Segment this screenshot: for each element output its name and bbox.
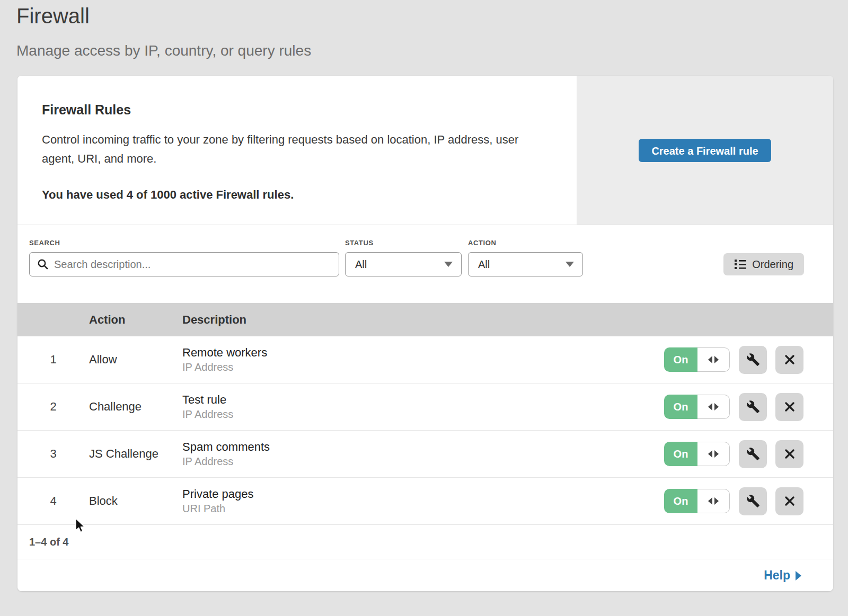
rule-match-type: IP Address — [182, 408, 664, 421]
help-link[interactable]: Help — [764, 568, 801, 583]
ordering-button[interactable]: Ordering — [723, 253, 804, 275]
rule-enabled-toggle[interactable]: On — [664, 395, 730, 419]
wrench-icon — [746, 447, 760, 461]
toggle-arrows-icon — [714, 403, 719, 410]
action-column-header: Action — [89, 313, 182, 327]
card-header: Firewall Rules Control incoming traffic … — [17, 76, 833, 225]
close-icon — [783, 448, 796, 460]
rule-priority: 3 — [17, 447, 89, 461]
rule-description-cell: Remote workers IP Address — [182, 346, 664, 373]
page-subtitle: Manage access by IP, country, or query r… — [16, 42, 311, 59]
status-select[interactable]: All — [345, 252, 462, 276]
status-select-value: All — [355, 258, 367, 271]
toggle-arrows-icon — [714, 497, 719, 505]
table-row: 3 JS Challenge Spam comments IP Address … — [17, 431, 833, 478]
rule-action: Challenge — [89, 400, 182, 414]
rule-action: Allow — [89, 353, 182, 367]
close-icon — [783, 353, 796, 366]
edit-rule-button[interactable] — [739, 346, 767, 374]
wrench-icon — [746, 400, 760, 414]
toggle-on-label: On — [664, 347, 697, 372]
rules-heading: Firewall Rules — [42, 102, 545, 118]
description-column-header: Description — [182, 313, 833, 327]
toggle-arrows-icon — [708, 356, 712, 363]
search-input[interactable] — [54, 258, 331, 271]
rule-description-cell: Test rule IP Address — [182, 393, 664, 421]
help-link-label: Help — [764, 568, 790, 583]
help-arrow-icon — [796, 571, 801, 581]
rule-enabled-toggle[interactable]: On — [664, 489, 730, 513]
pagination: 1–4 of 4 — [17, 525, 833, 559]
search-box[interactable] — [29, 252, 339, 276]
toggle-handle[interactable] — [697, 395, 730, 419]
list-ordering-icon — [734, 258, 747, 270]
rule-enabled-toggle[interactable]: On — [664, 442, 730, 466]
delete-rule-button[interactable] — [775, 393, 803, 421]
table-row: 1 Allow Remote workers IP Address On — [17, 336, 833, 383]
delete-rule-button[interactable] — [775, 346, 803, 374]
rules-description: Control incoming traffic to your zone by… — [42, 130, 545, 169]
rules-usage-count: You have used 4 of 1000 active Firewall … — [42, 188, 545, 202]
status-label: STATUS — [345, 239, 374, 247]
rule-controls: On — [664, 346, 803, 374]
close-icon — [783, 400, 796, 413]
rule-description: Remote workers — [182, 346, 664, 360]
toggle-on-label: On — [664, 442, 697, 466]
pagination-range: 1–4 of 4 — [29, 536, 68, 548]
toggle-arrows-icon — [714, 450, 719, 458]
rules-intro: Firewall Rules Control incoming traffic … — [17, 76, 577, 225]
search-icon — [37, 258, 49, 270]
rule-controls: On — [664, 440, 803, 468]
toggle-handle[interactable] — [697, 347, 730, 372]
chevron-down-icon — [566, 262, 574, 267]
table-row: 4 Block Private pages URI Path On — [17, 478, 833, 525]
wrench-icon — [746, 353, 760, 367]
create-firewall-rule-button[interactable]: Create a Firewall rule — [639, 139, 771, 162]
toggle-arrows-icon — [708, 403, 712, 410]
action-label: ACTION — [468, 239, 496, 247]
filter-bar: SEARCH STATUS All ACTION All — [17, 225, 833, 303]
toggle-on-label: On — [664, 489, 697, 513]
rule-priority: 1 — [17, 353, 89, 367]
rule-match-type: IP Address — [182, 361, 664, 373]
toggle-handle[interactable] — [697, 489, 730, 513]
chevron-down-icon — [444, 262, 453, 267]
rule-controls: On — [664, 487, 803, 515]
rule-description: Private pages — [182, 487, 664, 501]
wrench-icon — [746, 494, 760, 508]
toggle-handle[interactable] — [697, 442, 730, 466]
action-select-value: All — [478, 258, 490, 271]
create-rule-panel: Create a Firewall rule — [577, 76, 833, 225]
page-title: Firewall — [16, 4, 90, 28]
rule-action: Block — [89, 494, 182, 508]
rule-description: Spam comments — [182, 440, 664, 454]
rule-controls: On — [664, 393, 803, 421]
table-row: 2 Challenge Test rule IP Address On — [17, 383, 833, 431]
ordering-button-label: Ordering — [752, 258, 793, 271]
rule-enabled-toggle[interactable]: On — [664, 347, 730, 372]
edit-rule-button[interactable] — [739, 440, 767, 468]
rule-description: Test rule — [182, 393, 664, 407]
toggle-on-label: On — [664, 395, 697, 419]
delete-rule-button[interactable] — [775, 487, 803, 515]
rule-match-type: URI Path — [182, 503, 664, 515]
search-label: SEARCH — [29, 239, 60, 247]
delete-rule-button[interactable] — [775, 440, 803, 468]
edit-rule-button[interactable] — [739, 393, 767, 421]
rule-priority: 2 — [17, 400, 89, 414]
close-icon — [783, 495, 796, 507]
action-select[interactable]: All — [468, 252, 583, 276]
toggle-arrows-icon — [708, 450, 712, 458]
table-header: Action Description — [17, 303, 833, 336]
rule-match-type: IP Address — [182, 456, 664, 468]
firewall-rules-card: Firewall Rules Control incoming traffic … — [17, 76, 833, 591]
card-footer: Help — [17, 559, 833, 591]
rule-priority: 4 — [17, 494, 89, 508]
rule-description-cell: Private pages URI Path — [182, 487, 664, 515]
rule-description-cell: Spam comments IP Address — [182, 440, 664, 468]
toggle-arrows-icon — [714, 356, 719, 363]
rule-action: JS Challenge — [89, 447, 182, 461]
edit-rule-button[interactable] — [739, 487, 767, 515]
toggle-arrows-icon — [708, 497, 712, 505]
